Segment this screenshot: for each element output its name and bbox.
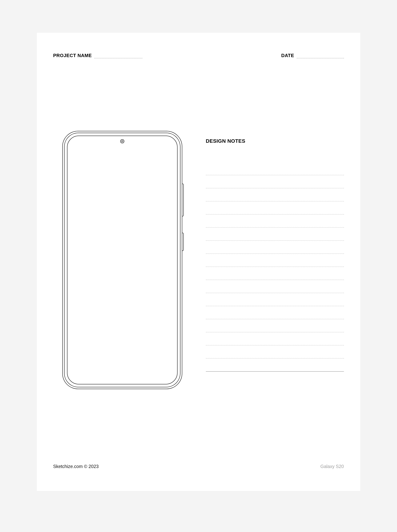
phone-mockup (62, 131, 182, 389)
project-name-field: PROJECT NAME (53, 53, 143, 58)
date-label: DATE (281, 53, 294, 58)
header: PROJECT NAME DATE (53, 53, 344, 58)
design-notes-title: DESIGN NOTES (206, 138, 344, 144)
note-line[interactable] (206, 345, 344, 359)
note-line[interactable] (206, 215, 344, 228)
note-line[interactable] (206, 267, 344, 280)
footer-credit: Sketchize.com © 2023 (53, 464, 99, 469)
note-line[interactable] (206, 332, 344, 345)
note-line[interactable] (206, 359, 344, 372)
front-camera-icon (120, 139, 124, 143)
note-line[interactable] (206, 293, 344, 306)
power-button-icon (182, 233, 184, 251)
note-line[interactable] (206, 306, 344, 319)
volume-button-icon (182, 184, 184, 216)
note-line[interactable] (206, 319, 344, 332)
note-lines-container (206, 162, 344, 372)
note-line[interactable] (206, 162, 344, 175)
footer: Sketchize.com © 2023 Galaxy S20 (53, 464, 344, 469)
date-input-line[interactable] (297, 55, 344, 58)
design-notes-panel: DESIGN NOTES (206, 131, 344, 372)
phone-screen[interactable] (67, 136, 178, 384)
main-content: DESIGN NOTES (62, 131, 344, 389)
template-page: PROJECT NAME DATE DESIGN NOTES Sketchize… (37, 33, 360, 491)
note-line[interactable] (206, 202, 344, 215)
note-line[interactable] (206, 228, 344, 241)
footer-device: Galaxy S20 (320, 464, 344, 469)
note-line[interactable] (206, 188, 344, 202)
date-field: DATE (281, 53, 344, 58)
project-name-label: PROJECT NAME (53, 53, 92, 58)
note-line[interactable] (206, 175, 344, 188)
project-name-input-line[interactable] (94, 55, 143, 58)
note-line[interactable] (206, 254, 344, 267)
note-line[interactable] (206, 241, 344, 254)
note-line[interactable] (206, 280, 344, 293)
